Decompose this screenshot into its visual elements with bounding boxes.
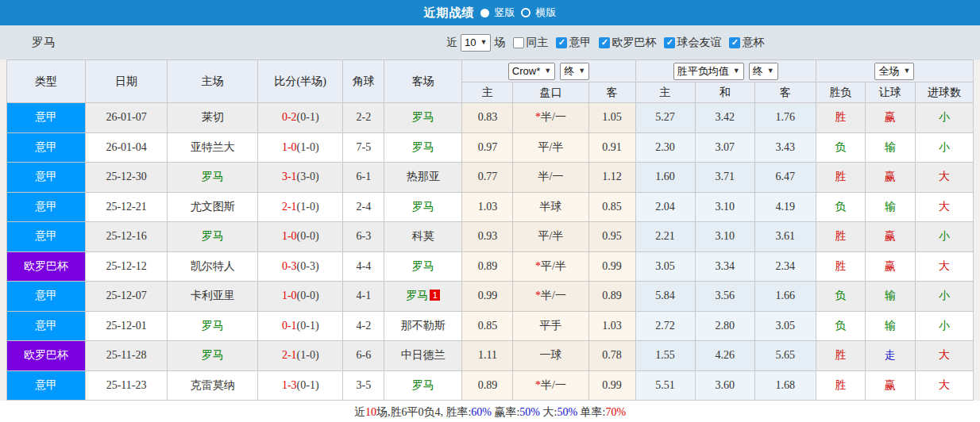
cell-result-winlose: 胜	[816, 251, 865, 282]
subheader-goals: 进球数	[915, 82, 973, 103]
final-select-mid[interactable]: 终 ▼	[749, 63, 778, 80]
checkbox-checked-icon[interactable]: ✓	[599, 37, 610, 48]
summary-single-rate: 70%	[605, 406, 626, 418]
checkbox-checked-icon[interactable]: ✓	[729, 37, 740, 48]
cell-avg-home: 2.72	[635, 311, 695, 341]
cell-avg-draw: 3.10	[695, 192, 754, 222]
cell-score: 0-1(0-1)	[258, 311, 343, 341]
cell-date: 25-11-23	[86, 370, 168, 401]
filter-bar: 罗马 近 10 ▼ 场 同主 ✓ 意甲 ✓ 欧罗巴杯 ✓ 球会友谊	[0, 25, 980, 59]
cell-score: 1-0(0-0)	[258, 282, 343, 312]
cell-avg-home: 2.21	[635, 222, 695, 252]
radio-vertical-layout[interactable]	[480, 9, 489, 17]
table-row: 意甲 25-12-01 罗马 0-1(0-1) 4-2 那不勒斯 0.85 平手…	[7, 311, 974, 341]
table-row: 意甲 25-12-21 尤文图斯 2-1(1-0) 2-4 罗马 1.03 半球…	[7, 192, 974, 222]
subheader-avg-away: 客	[754, 82, 816, 103]
cell-handicap: *半/一	[513, 103, 588, 133]
cell-odds-home: 0.93	[462, 222, 513, 252]
cell-avg-away: 1.76	[754, 103, 816, 133]
checkbox-checked-icon[interactable]: ✓	[664, 37, 675, 48]
cell-competition: 意甲	[7, 282, 86, 312]
cell-home-team: 罗马	[168, 163, 258, 193]
subheader-handicap-result: 让球	[865, 82, 915, 103]
header-away: 客场	[384, 60, 462, 103]
cell-away-team: 中日德兰	[384, 341, 462, 371]
cell-avg-away: 4.19	[754, 192, 816, 222]
checkbox-club-friendly[interactable]: ✓ 球会友谊	[664, 36, 721, 50]
cell-corners: 7-5	[343, 132, 384, 163]
cell-result-winlose: 胜	[816, 370, 865, 401]
cell-result-winlose: 负	[816, 192, 865, 222]
checkbox-europa-league[interactable]: ✓ 欧罗巴杯	[599, 36, 656, 50]
cell-result-goals: 小	[915, 103, 973, 133]
summary-handicap-rate: 50%	[519, 406, 540, 418]
checkbox-checked-icon[interactable]: ✓	[556, 37, 567, 48]
cell-result-handicap: 输	[865, 192, 915, 222]
avg-select[interactable]: 胜平负均值 ▼	[673, 63, 744, 80]
cell-handicap: *平/半	[513, 251, 588, 282]
vertical-layout-label[interactable]: 竖版	[495, 6, 515, 20]
cell-result-goals: 大	[915, 370, 973, 401]
cell-corners: 2-4	[343, 192, 384, 222]
cell-avg-draw: 3.60	[695, 370, 754, 401]
cell-result-goals: 小	[915, 222, 973, 252]
cell-home-team: 罗马	[168, 222, 258, 252]
cell-odds-home: 0.85	[462, 311, 513, 341]
cell-handicap: 一球	[513, 341, 588, 371]
cell-avg-away: 5.65	[754, 341, 816, 371]
cell-odds-away: 0.85	[588, 192, 635, 222]
final-left-value: 终	[564, 64, 574, 79]
cell-avg-home: 5.27	[635, 103, 695, 133]
cell-date: 25-12-16	[86, 222, 168, 252]
cell-avg-home: 2.04	[635, 192, 695, 222]
cell-away-team: 罗马	[384, 370, 462, 401]
cell-avg-away: 3.43	[754, 132, 816, 163]
cell-handicap: *半/一	[513, 282, 588, 312]
team-name: 罗马	[32, 35, 56, 50]
cell-avg-draw: 3.56	[695, 282, 754, 312]
summary-text: 赢率:	[492, 406, 519, 418]
checkbox-same-home[interactable]: 同主	[513, 36, 548, 50]
final-select-left[interactable]: 终 ▼	[560, 63, 589, 80]
cell-home-team: 尤文图斯	[168, 192, 258, 222]
cell-avg-draw: 3.10	[695, 222, 754, 252]
summary-text: 单率:	[577, 406, 605, 418]
bookmaker-select[interactable]: Crow* ▼	[508, 63, 555, 80]
chevron-down-icon: ▼	[733, 67, 740, 75]
cell-odds-away: 0.91	[588, 132, 635, 163]
cell-odds-away: 1.05	[588, 103, 635, 133]
table-row: 意甲 25-12-16 罗马 1-0(0-0) 6-3 科莫 0.93 平/半 …	[7, 222, 974, 252]
cell-away-team: 罗马	[384, 192, 462, 222]
radio-horizontal-layout[interactable]	[521, 8, 531, 17]
cell-competition: 欧罗巴杯	[7, 251, 86, 282]
cell-corners: 6-3	[343, 222, 384, 252]
cell-odds-away: 1.12	[588, 163, 635, 193]
chevron-down-icon: ▼	[480, 39, 487, 46]
checkbox-coppa-italia[interactable]: ✓ 意杯	[729, 36, 764, 50]
match-count-select[interactable]: 10 ▼	[461, 34, 491, 52]
checkbox-serie-a[interactable]: ✓ 意甲	[556, 36, 591, 50]
cell-result-handicap: 赢	[865, 370, 915, 401]
cell-result-handicap: 输	[865, 282, 915, 312]
summary-win-rate: 60%	[471, 406, 492, 418]
header-avg-group: 胜平负均值 ▼ 终 ▼	[635, 60, 816, 82]
cell-avg-home: 5.84	[635, 282, 695, 312]
cell-corners: 4-2	[343, 311, 384, 341]
cell-home-team: 罗马	[168, 311, 258, 341]
cell-result-goals: 小	[915, 311, 973, 341]
cell-competition: 意甲	[7, 163, 86, 193]
cell-result-winlose: 负	[816, 282, 865, 312]
scope-select[interactable]: 全场 ▼	[874, 63, 914, 80]
cell-odds-away: 0.89	[588, 282, 635, 312]
cell-away-team: 罗马1	[384, 282, 462, 312]
horizontal-layout-label[interactable]: 横版	[536, 6, 557, 20]
cell-avg-draw: 3.42	[695, 103, 754, 133]
results-body: 意甲 26-01-07 莱切 0-2(0-1) 2-2 罗马 0.83 *半/一…	[7, 103, 974, 401]
cell-avg-home: 1.60	[635, 163, 695, 193]
checkbox-icon[interactable]	[513, 37, 524, 48]
cell-result-handicap: 赢	[865, 251, 915, 282]
cell-competition: 意甲	[7, 311, 86, 341]
cell-date: 25-12-01	[86, 311, 168, 341]
cell-odds-away: 0.99	[588, 251, 635, 282]
cell-odds-away: 1.03	[588, 311, 635, 341]
